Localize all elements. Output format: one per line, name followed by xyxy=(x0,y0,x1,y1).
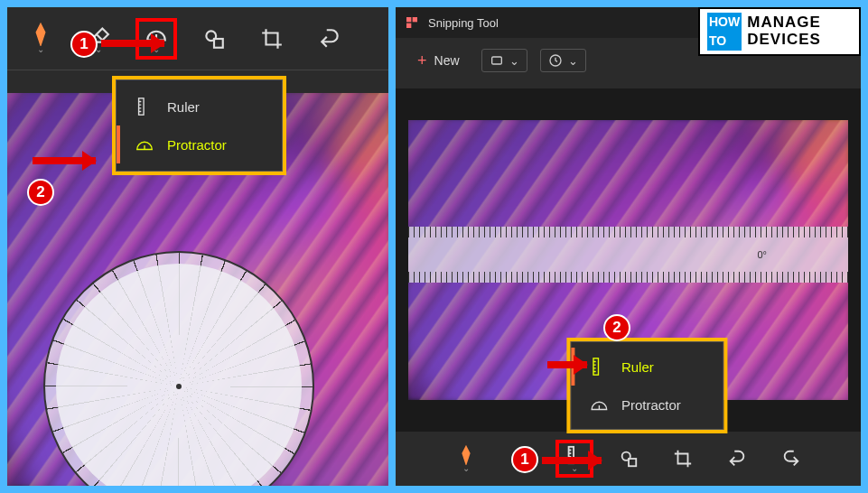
svg-rect-6 xyxy=(491,57,501,64)
menu-label: Ruler xyxy=(167,99,200,115)
bottom-toolbar: ⌄ ⌄ xyxy=(396,432,861,486)
plus-icon: + xyxy=(417,51,427,70)
menu-label: Ruler xyxy=(621,359,654,375)
svg-rect-3 xyxy=(406,17,411,22)
undo-button[interactable] xyxy=(720,442,754,476)
svg-rect-1 xyxy=(214,39,223,48)
chevron-down-icon: ⌄ xyxy=(509,54,519,68)
clock-icon xyxy=(548,53,563,68)
rectangle-icon xyxy=(490,53,504,68)
svg-rect-4 xyxy=(413,17,417,22)
brand-to: TO xyxy=(707,32,742,51)
arrow-annotation xyxy=(542,457,602,464)
ruler-ticks xyxy=(408,227,848,237)
menu-item-protractor[interactable]: Protractor xyxy=(117,126,282,163)
snip-mode-dropdown[interactable]: ⌄ xyxy=(481,49,527,72)
step-badge-2: 2 xyxy=(603,314,630,341)
svg-rect-2 xyxy=(139,98,145,115)
crop-tool[interactable] xyxy=(666,442,700,476)
new-label: New xyxy=(434,53,460,68)
protractor-center xyxy=(176,384,182,389)
ruler-overlay[interactable]: 0° xyxy=(408,227,848,283)
svg-rect-11 xyxy=(629,459,636,466)
new-button[interactable]: + New xyxy=(408,46,469,76)
shapes-tool[interactable] xyxy=(195,20,233,58)
chevron-down-icon: ⌄ xyxy=(37,44,44,54)
menu-item-protractor[interactable]: Protractor xyxy=(571,386,723,423)
ruler-angle-label: 0° xyxy=(757,249,767,260)
ruler-ticks xyxy=(408,272,848,283)
svg-rect-5 xyxy=(406,23,411,28)
right-panel: Snipping Tool + New ⌄ ⌄ xyxy=(396,7,861,486)
app-icon xyxy=(405,15,419,30)
menu-label: Protractor xyxy=(621,397,681,413)
delay-dropdown[interactable]: ⌄ xyxy=(540,49,586,72)
left-panel: ⌄ ⌄ ⌄ xyxy=(7,7,388,486)
step-badge-2: 2 xyxy=(27,179,54,206)
menu-item-ruler[interactable]: Ruler xyxy=(117,88,282,126)
brand-how: HOW xyxy=(707,13,742,32)
pen-tool[interactable]: ⌄ xyxy=(22,20,60,58)
crop-tool[interactable] xyxy=(253,20,291,58)
step-badge-1: 1 xyxy=(70,31,98,58)
chevron-down-icon: ⌄ xyxy=(571,463,578,473)
shapes-tool[interactable] xyxy=(611,442,646,476)
chevron-down-icon: ⌄ xyxy=(462,463,470,473)
pen-tool[interactable]: ⌄ xyxy=(449,442,483,476)
chevron-down-icon: ⌄ xyxy=(568,54,578,68)
arrow-annotation xyxy=(101,40,164,47)
arrow-annotation xyxy=(33,157,96,164)
arrow-annotation xyxy=(547,361,587,368)
top-toolbar: ⌄ ⌄ ⌄ xyxy=(7,7,388,70)
menu-label: Protractor xyxy=(167,137,227,153)
undo-button[interactable] xyxy=(311,20,349,58)
brand-logo: HOW TO MANAGE DEVICES xyxy=(698,7,861,56)
app-title: Snipping Tool xyxy=(428,16,499,30)
brand-line2: DEVICES xyxy=(747,32,821,49)
brand-line1: MANAGE xyxy=(747,14,821,32)
step-badge-1: 1 xyxy=(511,446,538,473)
ruler-protractor-menu: Ruler Protractor xyxy=(116,79,283,172)
redo-button[interactable] xyxy=(774,442,808,476)
